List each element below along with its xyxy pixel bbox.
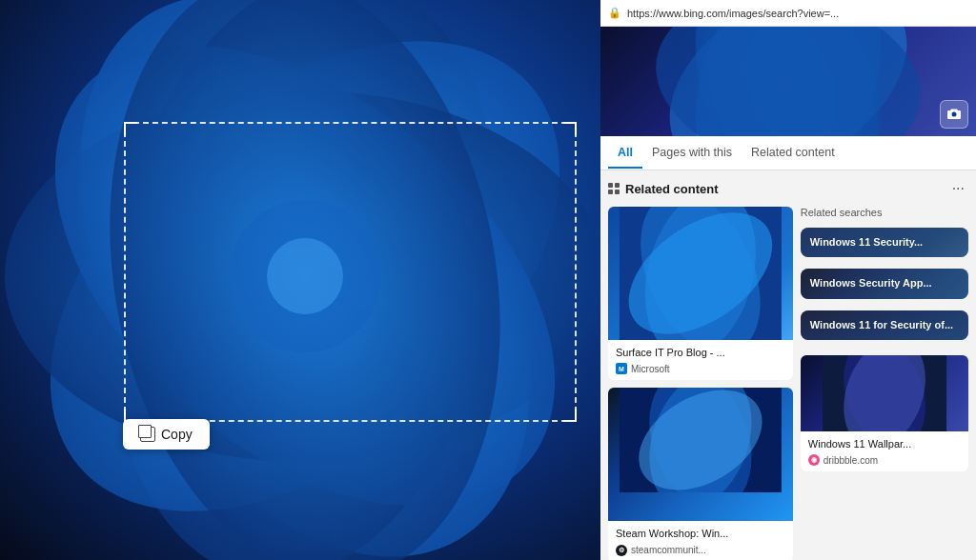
- content-area[interactable]: Related content ···: [600, 170, 976, 560]
- copy-label: Copy: [161, 427, 193, 442]
- card-steam[interactable]: Steam Workshop: Win... ⚙ steamcommunit..…: [608, 388, 793, 560]
- left-column: Surface IT Pro Blog - ... M Microsoft: [608, 207, 793, 560]
- selection-rectangle: [124, 122, 577, 422]
- url-text: https://www.bing.com/images/search?view=…: [627, 8, 968, 19]
- right-column: Related searches Windows 11 Security... …: [801, 207, 968, 560]
- card-1-source: M Microsoft: [616, 363, 785, 374]
- card-2-source-text: steamcommunit...: [631, 545, 706, 555]
- tabs-row: All Pages with this Related content: [600, 136, 976, 170]
- two-col-layout: Surface IT Pro Blog - ... M Microsoft: [608, 207, 968, 560]
- corner-tr: [563, 122, 577, 135]
- card-2-source: ⚙ steamcommunit...: [616, 545, 785, 556]
- related-searches-label: Related searches: [801, 207, 968, 218]
- card-1-source-text: Microsoft: [631, 364, 670, 374]
- camera-search-button[interactable]: [940, 100, 968, 129]
- card-image-2: [608, 388, 793, 521]
- section-title-text: Related content: [625, 182, 719, 196]
- card-dribbble-source: ◉ dribbble.com: [808, 454, 961, 466]
- section-title-row: Related content: [608, 182, 719, 196]
- search-chip-3[interactable]: Windows 11 for Security of...: [801, 310, 968, 340]
- lock-icon: 🔒: [608, 7, 621, 19]
- more-options-button[interactable]: ···: [948, 178, 968, 199]
- grid-icon: [608, 183, 620, 194]
- browser-panel: 🔒 https://www.bing.com/images/search?vie…: [600, 0, 976, 560]
- tab-related-content[interactable]: Related content: [742, 138, 844, 169]
- corner-tl: [124, 122, 137, 135]
- card-1-illustration: [608, 207, 793, 340]
- section-header: Related content ···: [608, 178, 968, 199]
- tab-all[interactable]: All: [608, 138, 642, 169]
- dribbble-icon: ◉: [808, 454, 820, 466]
- chip-1-text: Windows 11 Security...: [810, 235, 959, 250]
- camera-icon: [946, 107, 962, 122]
- card-dribbble-source-text: dribbble.com: [824, 455, 878, 466]
- card-dribbble-text-area: Windows 11 Wallpar... ◉ dribbble.com: [801, 431, 968, 471]
- card-1-text-area: Surface IT Pro Blog - ... M Microsoft: [608, 340, 793, 380]
- chip-2-text: Windows Security App...: [810, 276, 959, 290]
- svg-point-12: [952, 112, 957, 117]
- svg-point-11: [641, 27, 934, 136]
- card-surface-blog[interactable]: Surface IT Pro Blog - ... M Microsoft: [608, 207, 793, 380]
- copy-icon: [140, 427, 155, 442]
- dribbble-illustration: [801, 355, 968, 431]
- preview-bloom-svg: [600, 27, 976, 136]
- image-preview-top: [600, 27, 976, 136]
- microsoft-icon: M: [616, 363, 627, 374]
- card-2-title: Steam Workshop: Win...: [616, 527, 785, 540]
- search-chip-2[interactable]: Windows Security App...: [801, 269, 968, 298]
- search-chip-1[interactable]: Windows 11 Security...: [801, 228, 968, 257]
- tab-pages-with-this[interactable]: Pages with this: [642, 138, 742, 169]
- card-2-text-area: Steam Workshop: Win... ⚙ steamcommunit..…: [608, 521, 793, 560]
- copy-button[interactable]: Copy: [123, 419, 210, 450]
- steam-icon: ⚙: [616, 545, 627, 556]
- card-image-1: [608, 207, 793, 340]
- card-2-illustration: [608, 388, 793, 492]
- chip-3-text: Windows 11 for Security of...: [810, 318, 959, 332]
- card-1-title: Surface IT Pro Blog - ...: [616, 346, 785, 359]
- corner-br: [563, 409, 577, 422]
- card-dribbble-title: Windows 11 Wallpar...: [808, 437, 961, 450]
- card-dribbble-wallpaper[interactable]: Windows 11 Wallpar... ◉ dribbble.com: [801, 355, 968, 471]
- url-bar: 🔒 https://www.bing.com/images/search?vie…: [600, 0, 976, 27]
- card-dribbble-image: [801, 355, 968, 431]
